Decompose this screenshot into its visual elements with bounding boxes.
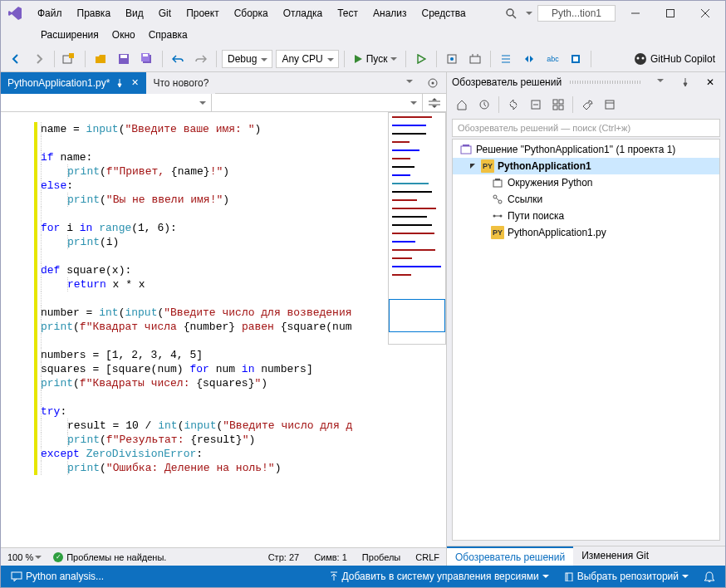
- menu-сборка[interactable]: Сборка: [228, 4, 275, 22]
- code-line[interactable]: [36, 207, 446, 221]
- col-indicator[interactable]: Симв: 1: [314, 552, 347, 562]
- menu-правка[interactable]: Правка: [71, 4, 118, 22]
- add-to-vcs-button[interactable]: Добавить в систему управления версиями: [326, 569, 552, 584]
- code-line[interactable]: print(f"Квадрат числа {number} равен {sq…: [36, 320, 446, 334]
- nav-scope-combo[interactable]: [1, 94, 212, 111]
- nav-member-combo[interactable]: [212, 94, 423, 111]
- menu-вид[interactable]: Вид: [119, 4, 150, 22]
- tree-node[interactable]: Ссылки: [453, 191, 719, 208]
- minimap[interactable]: [388, 112, 446, 345]
- properties-icon[interactable]: [577, 95, 597, 115]
- tab-settings-icon[interactable]: [423, 73, 443, 93]
- tool-icon-3[interactable]: [496, 49, 516, 69]
- tree-node[interactable]: Пути поиска: [453, 208, 719, 224]
- undo-button[interactable]: [168, 49, 188, 69]
- code-editor[interactable]: name = input("Введите ваше имя: ")if nam…: [1, 112, 446, 547]
- problems-status[interactable]: ✓ Проблемы не найдены.: [53, 552, 166, 562]
- tree-node[interactable]: Окружения Python: [453, 174, 719, 191]
- select-repo-button[interactable]: Выбрать репозиторий: [561, 569, 692, 584]
- code-line[interactable]: name = input("Введите ваше имя: "): [36, 122, 446, 136]
- start-no-debug-button[interactable]: [411, 49, 431, 69]
- sync-icon[interactable]: [503, 95, 523, 115]
- code-line[interactable]: [36, 249, 446, 263]
- code-line[interactable]: print(f"Квадраты чисел: {squares}"): [36, 376, 446, 390]
- code-line[interactable]: print(f"Привет, {name}!"): [36, 164, 446, 179]
- menu-файл[interactable]: Файл: [31, 4, 69, 22]
- close-button[interactable]: [690, 2, 720, 24]
- tool-icon-1[interactable]: [442, 49, 462, 69]
- code-line[interactable]: [36, 292, 446, 306]
- menu-окно[interactable]: Окно: [105, 26, 142, 44]
- code-line[interactable]: return x * x: [36, 277, 446, 292]
- panel-tab-git[interactable]: Изменения Git: [573, 546, 657, 566]
- code-line[interactable]: [36, 334, 446, 348]
- preview-icon[interactable]: [600, 95, 620, 115]
- code-line[interactable]: if name:: [36, 150, 446, 164]
- status-message[interactable]: Python analysis...: [7, 569, 107, 584]
- tree-file-node[interactable]: PY PythonApplication1.py: [453, 224, 719, 241]
- forward-button[interactable]: [29, 49, 49, 69]
- tab-whats-new[interactable]: Что нового?: [146, 72, 215, 94]
- notifications-icon[interactable]: [700, 569, 719, 584]
- menu-тест[interactable]: Тест: [331, 4, 365, 22]
- search-icon[interactable]: [501, 3, 521, 23]
- code-line[interactable]: print(f"Результат: {result}"): [36, 433, 446, 447]
- tab-active-file[interactable]: PythonApplication1.py* ✕: [1, 72, 146, 94]
- tree-project-node[interactable]: PY PythonApplication1: [453, 158, 719, 174]
- panel-pin-icon[interactable]: [675, 72, 695, 92]
- code-line[interactable]: squares = [square(num) for num in number…: [36, 362, 446, 376]
- code-line[interactable]: print(i): [36, 235, 446, 249]
- menu-git[interactable]: Git: [152, 4, 178, 22]
- line-indicator[interactable]: Стр: 27: [268, 552, 299, 562]
- solution-tree[interactable]: Решение "PythonApplication1" (1 проекта …: [452, 139, 720, 541]
- minimap-viewport[interactable]: [389, 299, 445, 332]
- tool-icon-4[interactable]: [519, 49, 539, 69]
- dropdown-icon[interactable]: [526, 12, 532, 18]
- minimize-button[interactable]: [621, 2, 650, 24]
- github-copilot-button[interactable]: GitHub Copilot: [629, 49, 720, 69]
- new-item-button[interactable]: [60, 49, 80, 69]
- code-line[interactable]: else:: [36, 179, 446, 193]
- tool-icon-5[interactable]: [566, 49, 586, 69]
- redo-button[interactable]: [191, 49, 211, 69]
- indent-indicator[interactable]: Пробелы: [362, 552, 400, 562]
- code-line[interactable]: for i in range(1, 6):: [36, 221, 446, 235]
- expand-icon[interactable]: [468, 161, 478, 171]
- show-all-icon[interactable]: [548, 95, 568, 115]
- menu-расширения[interactable]: Расширения: [34, 26, 105, 44]
- menu-средства[interactable]: Средства: [415, 4, 473, 22]
- tool-abc-icon[interactable]: abc: [542, 49, 562, 69]
- tree-solution-node[interactable]: Решение "PythonApplication1" (1 проекта …: [453, 141, 719, 158]
- code-line[interactable]: except ZeroDivisionError:: [36, 447, 446, 461]
- maximize-button[interactable]: [655, 2, 685, 24]
- home-icon[interactable]: [452, 95, 472, 115]
- code-line[interactable]: try:: [36, 404, 446, 419]
- eol-indicator[interactable]: CRLF: [415, 552, 439, 562]
- collapse-icon[interactable]: [526, 95, 546, 115]
- panel-tab-solution[interactable]: Обозреватель решений: [447, 546, 573, 566]
- code-line[interactable]: print("Вы не ввели имя!"): [36, 193, 446, 207]
- save-button[interactable]: [114, 49, 134, 69]
- code-line[interactable]: print("Ошибка: Деление на ноль!"): [36, 461, 446, 475]
- run-button[interactable]: Пуск: [350, 49, 401, 69]
- pin-icon[interactable]: [115, 78, 125, 88]
- platform-combo[interactable]: Any CPU: [276, 50, 338, 68]
- open-button[interactable]: [91, 49, 110, 69]
- menu-отладка[interactable]: Отладка: [277, 4, 329, 22]
- solution-search-input[interactable]: Обозреватель решений — поиск (Ctrl+ж): [452, 119, 720, 137]
- zoom-combo[interactable]: 100 %: [7, 552, 42, 562]
- tab-dropdown-icon[interactable]: [400, 73, 419, 93]
- tool-icon-2[interactable]: [465, 49, 485, 69]
- code-line[interactable]: number = int(input("Введите число для во…: [36, 306, 446, 320]
- menu-проект[interactable]: Проект: [179, 4, 226, 22]
- panel-dropdown-icon[interactable]: [650, 72, 670, 92]
- save-all-button[interactable]: [137, 49, 157, 69]
- close-tab-icon[interactable]: ✕: [130, 78, 140, 88]
- history-icon[interactable]: [474, 95, 494, 115]
- split-editor-button[interactable]: [423, 94, 446, 111]
- code-line[interactable]: def square(x):: [36, 263, 446, 277]
- back-button[interactable]: [6, 49, 26, 69]
- code-line[interactable]: [36, 136, 446, 150]
- panel-close-icon[interactable]: ✕: [700, 72, 720, 92]
- config-combo[interactable]: Debug: [222, 50, 272, 68]
